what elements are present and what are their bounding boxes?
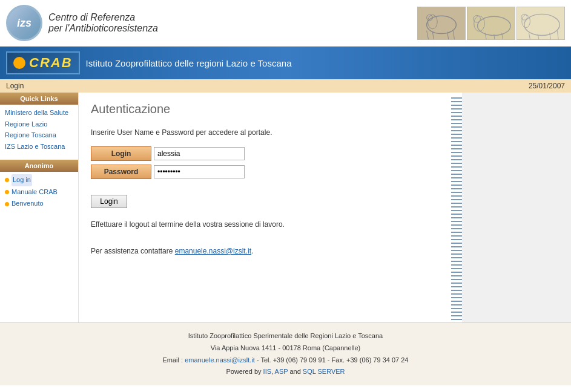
asp-link[interactable]: ASP — [275, 368, 288, 375]
animal-drawing-3 — [517, 7, 564, 40]
login-section-label: Login — [6, 82, 24, 90]
login-form: Login Password — [91, 146, 439, 183]
footer-line2: Via Appia Nuova 1411 - 00178 Roma (Capan… — [6, 342, 565, 354]
submit-area: Login — [91, 189, 439, 208]
footer-line3: Email : emanuele.nassi@izslt.it - Tel. +… — [6, 354, 565, 367]
login-link[interactable]: Log in — [12, 174, 32, 186]
bullet-icon — [5, 202, 9, 206]
footer-line1: Istituto Zooprofilattico Sperimentale de… — [6, 330, 565, 342]
list-item: IZS Lazio e Toscana — [5, 141, 73, 152]
bullet-icon — [5, 178, 9, 182]
manuale-crab-link[interactable]: Manuale CRAB — [12, 186, 58, 198]
password-input[interactable] — [154, 165, 245, 178]
page-header: izs Centro di Referenza per l'Antibiotic… — [0, 0, 571, 47]
animal-drawing-1 — [418, 7, 465, 40]
blue-bar: CRAB Istituto Zooprofilattico delle regi… — [0, 47, 571, 79]
header-title-line1: Centro di Referenza — [48, 12, 158, 23]
header-text: Centro di Referenza per l'Antibioticores… — [48, 12, 158, 34]
crab-label: CRAB — [29, 55, 73, 71]
quick-links-list: Ministero della Salute Regione Lazio Reg… — [0, 105, 78, 155]
login-submit-button[interactable]: Login — [91, 195, 127, 208]
header-images — [417, 7, 565, 40]
powered-by-text: Powered by — [226, 368, 263, 375]
support-email-link[interactable]: emanuele.nassi@izslt.it — [175, 247, 251, 255]
list-item: Log in — [5, 174, 73, 186]
auth-description: Inserire User Name e Password per accede… — [91, 128, 439, 137]
footer-email-link[interactable]: emanuele.nassi@izslt.it — [185, 356, 255, 364]
list-item: Ministero della Salute — [5, 107, 73, 119]
izs-logo: izs — [6, 5, 42, 41]
footer-sep2: and — [288, 368, 302, 375]
list-item: Manuale CRAB — [5, 186, 73, 198]
username-input[interactable] — [154, 147, 245, 160]
page-title: Autenticazione — [91, 102, 439, 116]
crab-badge: CRAB — [6, 51, 80, 74]
logout-note: Effettuare il logout al termine della vo… — [91, 220, 439, 229]
logo-text: izs — [17, 17, 31, 30]
quick-links-header: Quick Links — [0, 93, 78, 105]
header-img-1 — [417, 7, 466, 40]
support-note-text: Per assistenza contattare — [91, 247, 173, 255]
support-note: Per assistenza contattare emanuele.nassi… — [91, 247, 439, 255]
header-img-2 — [467, 7, 515, 40]
login-label: Login — [91, 146, 151, 161]
footer-email-prefix: Email : — [163, 356, 185, 364]
page-footer: Istituto Zooprofilattico Sperimentale de… — [0, 322, 571, 385]
password-label: Password — [91, 165, 151, 179]
password-row: Password — [91, 165, 439, 179]
regione-lazio-link[interactable]: Regione Lazio — [5, 119, 73, 130]
right-decoration — [462, 93, 571, 322]
animal-drawing-2 — [467, 7, 515, 40]
iis-link[interactable]: IIS — [263, 368, 271, 375]
login-bar: Login 25/01/2007 — [0, 79, 571, 93]
footer-powered: Powered by IIS, ASP and SQL SERVER — [6, 366, 565, 378]
svg-rect-0 — [418, 7, 465, 39]
regione-toscana-link[interactable]: Regione Toscana — [5, 129, 73, 141]
benvenuto-link[interactable]: Benvenuto — [12, 198, 44, 210]
main-layout: Quick Links Ministero della Salute Regio… — [0, 93, 571, 322]
sidebar: Quick Links Ministero della Salute Regio… — [0, 93, 79, 322]
list-item: Regione Lazio — [5, 119, 73, 130]
anonimo-header: Anonimo — [0, 160, 78, 172]
ministero-link[interactable]: Ministero della Salute — [5, 107, 73, 119]
sql-link[interactable]: SQL SERVER — [303, 368, 345, 375]
anonimo-list: Log in Manuale CRAB Benvenuto — [0, 172, 78, 212]
institute-name: Istituto Zooprofilattico delle regioni L… — [86, 58, 292, 68]
header-img-3 — [517, 7, 565, 40]
izs-link[interactable]: IZS Lazio e Toscana — [5, 141, 73, 152]
header-title-line2: per l'Antibioticoresistenza — [48, 23, 158, 34]
bullet-icon — [5, 190, 9, 194]
dot-column-decoration — [451, 95, 462, 320]
svg-rect-8 — [467, 7, 515, 39]
list-item: Benvenuto — [5, 198, 73, 210]
list-item: Regione Toscana — [5, 129, 73, 141]
login-date: 25/01/2007 — [529, 82, 565, 90]
username-row: Login — [91, 146, 439, 161]
footer-phone: - Tel. +39 (06) 79 09 91 - Fax. +39 (06)… — [255, 356, 409, 364]
header-left: izs Centro di Referenza per l'Antibiotic… — [6, 5, 158, 41]
crab-icon — [13, 57, 25, 69]
main-content: Autenticazione Inserire User Name e Pass… — [79, 93, 451, 322]
